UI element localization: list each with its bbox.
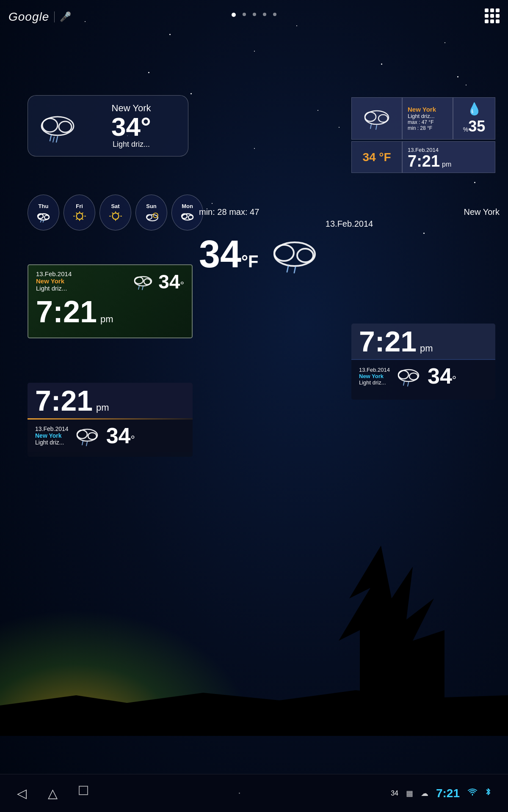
svg-line-42: [294, 267, 295, 273]
svg-point-35: [378, 115, 388, 122]
widget-clock-small[interactable]: 7:21 pm 13.Feb.2014 New York Light driz.…: [28, 383, 193, 457]
w5-city: New York: [36, 277, 72, 285]
w3-time: 7:21: [408, 153, 440, 169]
svg-point-20: [112, 213, 119, 219]
svg-line-18: [76, 218, 77, 219]
widget-clock-weather-large[interactable]: 13.Feb.2014 New York Light driz... 34 ° …: [28, 264, 193, 338]
w7-deg: °: [452, 373, 456, 387]
widget-large-weather[interactable]: New York 34° Light driz...: [28, 95, 188, 156]
svg-line-4: [56, 137, 58, 142]
widget-center-weather: min: 28 max: 47 New York 13.Feb.2014 34 …: [199, 207, 500, 275]
widget-forecast-strip[interactable]: Thu Fri Sat: [28, 195, 203, 230]
w6-date-city: 13.Feb.2014 New York Light driz...: [35, 425, 69, 446]
mic-icon[interactable]: 🎤: [54, 11, 71, 22]
svg-line-9: [40, 220, 41, 222]
forecast-day-thu: Thu: [39, 203, 49, 209]
forecast-day-sun: Sun: [146, 203, 157, 209]
app-grid-icon[interactable]: [485, 8, 500, 23]
w7-time: 7:21: [359, 327, 417, 356]
home-button[interactable]: △: [48, 786, 58, 801]
svg-line-17: [82, 212, 83, 214]
svg-line-16: [76, 212, 77, 214]
svg-point-44: [135, 277, 143, 284]
svg-point-1: [42, 118, 58, 132]
nav-dot-1[interactable]: [232, 13, 236, 17]
svg-line-5: [53, 137, 54, 142]
w7-date-city: 13.Feb.2014 New York Light driz...: [359, 367, 390, 386]
w3-max: max : 47 °F: [408, 119, 447, 125]
w3-ampm: pm: [442, 161, 451, 168]
w5-deg: °: [180, 279, 184, 291]
w3-humidity-pct-symbol: %: [463, 126, 468, 133]
svg-point-49: [77, 430, 87, 439]
back-button[interactable]: ◁: [17, 786, 27, 801]
w6-city: New York: [35, 432, 69, 439]
nav-dot-3[interactable]: [253, 13, 256, 16]
w3-min: min : 28 °F: [408, 125, 447, 131]
svg-point-32: [188, 215, 193, 219]
svg-line-25: [112, 212, 113, 214]
svg-point-50: [88, 433, 97, 439]
recents-button[interactable]: [79, 786, 88, 795]
forecast-sun[interactable]: Sun: [135, 195, 167, 230]
w7-weather-section: 13.Feb.2014 New York Light driz... 34 °: [351, 360, 495, 392]
w7-clock-section: 7:21 pm: [351, 324, 495, 359]
weather-info-main: New York 34° Light driz...: [83, 103, 179, 149]
widget3-cloud-icon: [351, 97, 402, 140]
svg-point-34: [365, 112, 376, 121]
svg-line-52: [86, 442, 87, 446]
forecast-fri[interactable]: Fri: [64, 195, 95, 230]
w6-clock-section: 7:21 pm: [28, 383, 193, 418]
w6-date: 13.Feb.2014: [35, 425, 69, 432]
nav-dot-4[interactable]: [263, 13, 266, 16]
weather-description: Light driz...: [83, 140, 179, 149]
nav-status-num: 34: [391, 790, 398, 797]
svg-point-39: [274, 245, 294, 261]
svg-point-11: [76, 213, 83, 219]
w6-temp: 34: [106, 423, 131, 448]
forecast-day-mon: Mon: [182, 203, 193, 209]
w6-desc: Light driz...: [35, 439, 69, 446]
w5-date: 13.Feb.2014: [36, 270, 72, 277]
w3-humidity-val: 35: [468, 118, 485, 135]
page-dots: [232, 13, 276, 17]
nav-dot-2[interactable]: [243, 13, 246, 16]
widget3-humidity: 💧 % 35: [453, 97, 495, 140]
weather-cloud-icon: [36, 109, 79, 143]
svg-point-54: [398, 370, 409, 379]
widget-clock-right[interactable]: 7:21 pm 13.Feb.2014 New York Light driz.…: [351, 324, 495, 400]
widget3-info: New York Light driz... max : 47 °F min :…: [402, 97, 453, 140]
notification-icon[interactable]: ▦: [406, 789, 413, 798]
svg-point-55: [409, 373, 418, 380]
nav-center-dot: •: [239, 791, 240, 796]
w3-desc: Light driz...: [408, 113, 447, 119]
svg-point-8: [44, 215, 49, 219]
w6-weather-section: 13.Feb.2014 New York Light driz... 34 °: [28, 420, 193, 452]
forecast-thu[interactable]: Thu: [28, 195, 59, 230]
w7-temp: 34: [428, 363, 452, 389]
w3-temp-f: 34 °F: [362, 151, 391, 164]
svg-point-40: [297, 249, 313, 262]
svg-point-45: [144, 279, 151, 285]
topbar: Google 🎤: [0, 0, 508, 34]
w5-temp: 34: [158, 270, 180, 293]
nav-dot-5[interactable]: [273, 13, 276, 16]
w4-temp: 34: [199, 235, 241, 273]
w4-date: 13.Feb.2014: [199, 219, 500, 229]
svg-line-47: [142, 286, 143, 290]
navigation-bar: ◁ △ • 34 ▦ ☁ 7:21: [0, 774, 508, 812]
forecast-mon[interactable]: Mon: [171, 195, 203, 230]
w7-desc: Light driz...: [359, 379, 390, 386]
cloud-status-icon[interactable]: ☁: [421, 789, 428, 798]
w5-desc: Light driz...: [36, 285, 72, 292]
svg-line-10: [43, 220, 44, 222]
svg-line-3: [50, 135, 51, 141]
widget-top-right[interactable]: New York Light driz... max : 47 °F min :…: [351, 97, 495, 173]
bluetooth-icon: [485, 788, 491, 798]
forecast-sat[interactable]: Sat: [99, 195, 131, 230]
widget3-bottom-row: 34 °F 13.Feb.2014 7:21 pm: [351, 141, 495, 173]
svg-line-19: [82, 218, 83, 219]
svg-line-57: [408, 382, 409, 386]
w4-minmax: min: 28 max: 47: [199, 207, 259, 217]
forecast-day-sat: Sat: [111, 203, 119, 209]
